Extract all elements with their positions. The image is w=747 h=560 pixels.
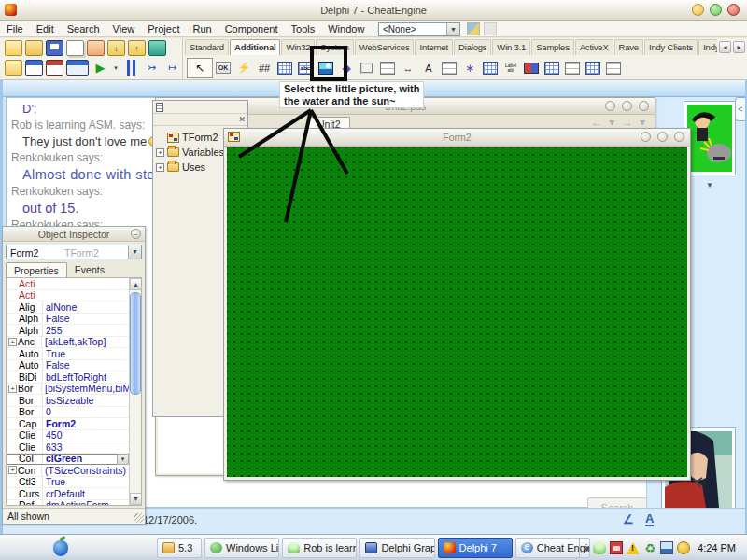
- applicationevents-icon[interactable]: ∗: [459, 58, 480, 78]
- property-row-clie[interactable]: Clie450: [7, 430, 141, 442]
- expand-icon[interactable]: +: [8, 385, 17, 393]
- form2-design-surface[interactable]: [227, 147, 687, 477]
- property-value[interactable]: (TSizeConstraints): [41, 465, 141, 476]
- tabs-scroll-right-icon[interactable]: ▸: [733, 41, 745, 53]
- property-value[interactable]: 0: [42, 406, 141, 417]
- menu-tools[interactable]: Tools: [285, 22, 322, 35]
- menu-file[interactable]: File: [0, 22, 30, 35]
- actionmanager-icon[interactable]: [542, 58, 562, 78]
- taskbar-item-windows-live[interactable]: Windows Live ...: [204, 538, 279, 558]
- desktop-layout-icon[interactable]: [467, 22, 480, 35]
- palette-tab-dialogs[interactable]: Dialogs: [454, 39, 491, 55]
- maximize-icon[interactable]: [710, 4, 722, 16]
- customizedlg-icon[interactable]: [603, 58, 624, 78]
- property-row-ctl3[interactable]: Ctl3True: [7, 477, 141, 489]
- network-error-tray-icon[interactable]: [610, 541, 623, 554]
- editor-nav-arrows[interactable]: ← ▾ → ▾: [591, 116, 647, 129]
- minimize-icon[interactable]: [605, 101, 615, 111]
- form2-titlebar[interactable]: Form2: [224, 129, 690, 147]
- property-row-def[interactable]: DefdmActiveForm: [7, 500, 141, 507]
- actiontoolbar-icon[interactable]: [583, 58, 603, 78]
- palette-tab-samples[interactable]: Samples: [531, 39, 574, 55]
- palette-tab-indy-clients[interactable]: Indy Clients: [644, 39, 698, 55]
- property-row-clie[interactable]: Clie633: [7, 441, 141, 454]
- recycle-tray-icon[interactable]: ♻: [643, 541, 656, 554]
- property-row-bor[interactable]: +Bor[biSystemMenu,biMinimize: [7, 384, 141, 396]
- scroll-up-icon[interactable]: ▲: [130, 278, 142, 290]
- scrollbar-thumb[interactable]: [130, 292, 141, 395]
- menu-project[interactable]: Project: [141, 22, 186, 35]
- text-mode-icon[interactable]: A: [645, 513, 654, 526]
- property-row-acti[interactable]: Acti: [7, 290, 141, 302]
- property-row-cap[interactable]: CapForm2: [7, 418, 141, 430]
- property-row-auto[interactable]: AutoFalse: [7, 360, 141, 372]
- taskbar-item-folder[interactable]: 5.3: [157, 538, 202, 558]
- save-all-icon[interactable]: [66, 40, 84, 56]
- property-value[interactable]: bdLeftToRight: [42, 371, 141, 383]
- property-value[interactable]: Form2: [42, 418, 141, 429]
- property-value[interactable]: dmActiveForm: [42, 499, 141, 506]
- property-value[interactable]: [akLeft,akTop]: [41, 336, 141, 347]
- palette-tab-win-3-1[interactable]: Win 3.1: [492, 39, 530, 55]
- property-value[interactable]: True: [42, 476, 141, 487]
- taskbar-item-delphi-graphics[interactable]: Delphi Graphics ...: [359, 538, 434, 558]
- run-icon[interactable]: ▶: [92, 60, 109, 76]
- handwriting-icon[interactable]: ∠: [623, 512, 634, 526]
- scrollbox-icon[interactable]: [377, 58, 398, 78]
- minimize-icon[interactable]: [692, 4, 704, 16]
- minimize-icon[interactable]: –: [131, 229, 141, 239]
- display-tray-icon[interactable]: [660, 541, 673, 554]
- close-icon[interactable]: [674, 132, 684, 142]
- property-value[interactable]: [biSystemMenu,biMinimize: [41, 383, 141, 394]
- view-unit-icon[interactable]: [5, 60, 22, 76]
- property-row-alph[interactable]: AlphFalse: [7, 314, 141, 326]
- close-icon[interactable]: ✕: [238, 115, 246, 124]
- stringgrid-icon[interactable]: [275, 58, 295, 78]
- menu-window[interactable]: Window: [321, 22, 371, 35]
- component-template-combo[interactable]: <None> ▼: [378, 22, 460, 36]
- bevel-icon[interactable]: [357, 58, 377, 78]
- property-value[interactable]: False: [42, 313, 141, 324]
- taskbar-item-delphi7[interactable]: Delphi 7: [438, 538, 513, 558]
- property-grid-scrollbar[interactable]: ▲ ▼: [129, 278, 141, 505]
- property-value[interactable]: 450: [42, 429, 141, 441]
- minimize-icon[interactable]: [641, 132, 651, 142]
- property-row-alph[interactable]: Alph255: [7, 325, 141, 337]
- menu-component[interactable]: Component: [218, 22, 285, 35]
- warning-tray-icon[interactable]: [627, 542, 640, 554]
- property-row-bor[interactable]: BorbsSizeable: [7, 395, 141, 407]
- main-titlebar[interactable]: Delphi 7 - CheatEngine: [0, 0, 747, 21]
- scroll-down-icon[interactable]: ▼: [130, 493, 142, 505]
- colorbox-icon[interactable]: [521, 58, 542, 78]
- pause-icon[interactable]: [122, 60, 140, 76]
- object-selector-combo[interactable]: Form2 TForm2 ▼: [6, 245, 142, 259]
- property-value[interactable]: True: [42, 348, 141, 359]
- property-row-curs[interactable]: CurscrDefault: [7, 488, 141, 500]
- tab-events[interactable]: Events: [67, 262, 112, 277]
- expand-icon[interactable]: +: [156, 163, 164, 172]
- property-value[interactable]: 633: [42, 441, 141, 453]
- splitter-icon[interactable]: ↔: [398, 58, 418, 78]
- maximize-icon[interactable]: [657, 132, 668, 142]
- remove-file-icon[interactable]: ↑: [128, 40, 146, 56]
- resize-grip[interactable]: [134, 513, 144, 523]
- start-button[interactable]: [49, 539, 73, 557]
- view-form-icon[interactable]: [25, 60, 43, 76]
- open-icon[interactable]: [25, 40, 43, 56]
- property-row-auto[interactable]: AutoTrue: [7, 348, 141, 360]
- open-project-icon[interactable]: [87, 40, 105, 56]
- messenger-tray-icon[interactable]: [593, 541, 606, 554]
- palette-tab-rave[interactable]: Rave: [614, 39, 643, 55]
- cursor-icon[interactable]: ↖: [187, 58, 213, 78]
- actionmainmenubar-icon[interactable]: [562, 58, 583, 78]
- tabs-scroll-left-icon[interactable]: ◂: [719, 41, 731, 53]
- close-icon[interactable]: [727, 4, 740, 16]
- tab-properties[interactable]: Properties: [6, 262, 67, 277]
- help-contents-icon[interactable]: [148, 40, 166, 56]
- property-row-con[interactable]: +Con(TSizeConstraints): [7, 465, 141, 477]
- maskedit-icon[interactable]: ##: [254, 58, 275, 78]
- object-inspector-titlebar[interactable]: Object Inspector –: [3, 227, 145, 242]
- expand-icon[interactable]: +: [8, 466, 17, 474]
- expand-icon[interactable]: +: [8, 338, 17, 346]
- property-value[interactable]: False: [42, 359, 141, 371]
